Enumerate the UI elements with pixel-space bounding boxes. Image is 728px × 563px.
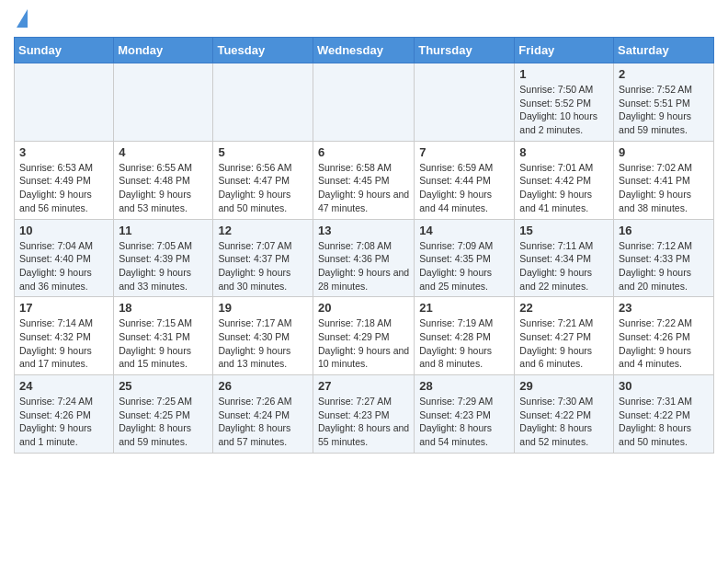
day-info: Sunrise: 7:07 AM Sunset: 4:37 PM Dayligh… — [218, 239, 308, 293]
calendar-cell: 30Sunrise: 7:31 AM Sunset: 4:22 PM Dayli… — [614, 375, 714, 454]
day-info: Sunrise: 6:56 AM Sunset: 4:47 PM Dayligh… — [218, 161, 308, 215]
day-number: 12 — [218, 224, 308, 237]
calendar-cell: 8Sunrise: 7:01 AM Sunset: 4:42 PM Daylig… — [515, 141, 614, 219]
calendar-cell: 11Sunrise: 7:05 AM Sunset: 4:39 PM Dayli… — [114, 219, 213, 297]
day-info: Sunrise: 7:05 AM Sunset: 4:39 PM Dayligh… — [119, 239, 208, 293]
day-number: 30 — [619, 379, 709, 393]
calendar-cell: 3Sunrise: 6:53 AM Sunset: 4:49 PM Daylig… — [15, 141, 114, 219]
day-info: Sunrise: 7:12 AM Sunset: 4:33 PM Dayligh… — [619, 239, 709, 293]
day-info: Sunrise: 7:25 AM Sunset: 4:25 PM Dayligh… — [119, 395, 208, 449]
day-info: Sunrise: 7:01 AM Sunset: 4:42 PM Dayligh… — [519, 161, 609, 215]
day-info: Sunrise: 7:08 AM Sunset: 4:36 PM Dayligh… — [318, 239, 409, 293]
calendar-cell: 19Sunrise: 7:17 AM Sunset: 4:30 PM Dayli… — [213, 297, 313, 375]
day-info: Sunrise: 7:26 AM Sunset: 4:24 PM Dayligh… — [218, 395, 308, 449]
calendar-header-row: SundayMondayTuesdayWednesdayThursdayFrid… — [15, 38, 714, 63]
logo — [14, 9, 28, 29]
day-info: Sunrise: 7:11 AM Sunset: 4:34 PM Dayligh… — [519, 239, 609, 293]
day-number: 8 — [519, 145, 609, 159]
calendar-cell: 9Sunrise: 7:02 AM Sunset: 4:41 PM Daylig… — [614, 141, 714, 219]
calendar-cell: 24Sunrise: 7:24 AM Sunset: 4:26 PM Dayli… — [15, 375, 114, 454]
calendar-cell: 7Sunrise: 6:59 AM Sunset: 4:44 PM Daylig… — [415, 141, 515, 219]
day-number: 22 — [519, 301, 609, 315]
day-info: Sunrise: 7:24 AM Sunset: 4:26 PM Dayligh… — [19, 395, 108, 449]
day-number: 21 — [419, 301, 509, 315]
calendar-cell: 4Sunrise: 6:55 AM Sunset: 4:48 PM Daylig… — [114, 141, 213, 219]
day-info: Sunrise: 6:58 AM Sunset: 4:45 PM Dayligh… — [318, 161, 409, 215]
calendar-header-friday: Friday — [515, 38, 614, 63]
day-number: 6 — [318, 145, 409, 159]
day-info: Sunrise: 7:27 AM Sunset: 4:23 PM Dayligh… — [318, 395, 409, 449]
day-number: 29 — [519, 379, 609, 393]
day-info: Sunrise: 7:02 AM Sunset: 4:41 PM Dayligh… — [619, 161, 709, 215]
calendar-cell: 15Sunrise: 7:11 AM Sunset: 4:34 PM Dayli… — [515, 219, 614, 297]
day-number: 13 — [318, 224, 409, 237]
day-number: 20 — [318, 301, 409, 315]
day-info: Sunrise: 7:19 AM Sunset: 4:28 PM Dayligh… — [419, 316, 509, 371]
calendar-cell — [213, 63, 313, 142]
day-number: 10 — [19, 224, 108, 237]
day-info: Sunrise: 7:29 AM Sunset: 4:23 PM Dayligh… — [419, 395, 509, 449]
day-number: 25 — [119, 379, 208, 393]
day-number: 4 — [119, 145, 208, 159]
day-number: 9 — [619, 145, 709, 159]
calendar-cell: 25Sunrise: 7:25 AM Sunset: 4:25 PM Dayli… — [114, 375, 213, 454]
day-number: 19 — [218, 301, 308, 315]
calendar-cell: 22Sunrise: 7:21 AM Sunset: 4:27 PM Dayli… — [515, 297, 614, 375]
calendar-cell — [114, 63, 213, 142]
calendar-week-row: 10Sunrise: 7:04 AM Sunset: 4:40 PM Dayli… — [15, 219, 714, 297]
calendar-cell: 6Sunrise: 6:58 AM Sunset: 4:45 PM Daylig… — [313, 141, 414, 219]
day-number: 11 — [119, 224, 208, 237]
calendar-cell: 1Sunrise: 7:50 AM Sunset: 5:52 PM Daylig… — [515, 63, 614, 142]
calendar-header-saturday: Saturday — [614, 38, 714, 63]
calendar-cell: 12Sunrise: 7:07 AM Sunset: 4:37 PM Dayli… — [213, 219, 313, 297]
calendar-header-sunday: Sunday — [15, 38, 114, 63]
calendar-cell: 5Sunrise: 6:56 AM Sunset: 4:47 PM Daylig… — [213, 141, 313, 219]
calendar-header-thursday: Thursday — [415, 38, 515, 63]
calendar-cell: 21Sunrise: 7:19 AM Sunset: 4:28 PM Dayli… — [415, 297, 515, 375]
day-number: 24 — [19, 379, 108, 393]
calendar-week-row: 17Sunrise: 7:14 AM Sunset: 4:32 PM Dayli… — [15, 297, 714, 375]
calendar-cell: 28Sunrise: 7:29 AM Sunset: 4:23 PM Dayli… — [415, 375, 515, 454]
day-info: Sunrise: 6:55 AM Sunset: 4:48 PM Dayligh… — [119, 161, 208, 215]
logo-triangle-icon — [17, 9, 28, 28]
calendar-cell: 20Sunrise: 7:18 AM Sunset: 4:29 PM Dayli… — [313, 297, 414, 375]
calendar-cell: 2Sunrise: 7:52 AM Sunset: 5:51 PM Daylig… — [614, 63, 714, 142]
day-info: Sunrise: 7:30 AM Sunset: 4:22 PM Dayligh… — [519, 395, 609, 449]
day-number: 18 — [119, 301, 208, 315]
day-info: Sunrise: 7:17 AM Sunset: 4:30 PM Dayligh… — [218, 316, 308, 371]
calendar-week-row: 3Sunrise: 6:53 AM Sunset: 4:49 PM Daylig… — [15, 141, 714, 219]
calendar-cell: 16Sunrise: 7:12 AM Sunset: 4:33 PM Dayli… — [614, 219, 714, 297]
calendar-cell — [15, 63, 114, 142]
calendar-cell — [415, 63, 515, 142]
day-number: 27 — [318, 379, 409, 393]
calendar-week-row: 1Sunrise: 7:50 AM Sunset: 5:52 PM Daylig… — [15, 63, 714, 142]
calendar-cell — [313, 63, 414, 142]
day-info: Sunrise: 7:04 AM Sunset: 4:40 PM Dayligh… — [19, 239, 108, 293]
calendar-cell: 27Sunrise: 7:27 AM Sunset: 4:23 PM Dayli… — [313, 375, 414, 454]
day-number: 14 — [419, 224, 509, 237]
calendar-cell: 29Sunrise: 7:30 AM Sunset: 4:22 PM Dayli… — [515, 375, 614, 454]
day-number: 17 — [19, 301, 108, 315]
day-number: 2 — [619, 67, 709, 81]
calendar-week-row: 24Sunrise: 7:24 AM Sunset: 4:26 PM Dayli… — [15, 375, 714, 454]
calendar-cell: 13Sunrise: 7:08 AM Sunset: 4:36 PM Dayli… — [313, 219, 414, 297]
day-info: Sunrise: 7:52 AM Sunset: 5:51 PM Dayligh… — [619, 83, 709, 137]
day-number: 3 — [19, 145, 108, 159]
day-info: Sunrise: 7:09 AM Sunset: 4:35 PM Dayligh… — [419, 239, 509, 293]
calendar-cell: 14Sunrise: 7:09 AM Sunset: 4:35 PM Dayli… — [415, 219, 515, 297]
calendar-table: SundayMondayTuesdayWednesdayThursdayFrid… — [14, 37, 714, 454]
day-number: 15 — [519, 224, 609, 237]
page-header — [14, 9, 714, 29]
day-info: Sunrise: 6:53 AM Sunset: 4:49 PM Dayligh… — [19, 161, 108, 215]
calendar-cell: 17Sunrise: 7:14 AM Sunset: 4:32 PM Dayli… — [15, 297, 114, 375]
calendar-header-monday: Monday — [114, 38, 213, 63]
day-number: 16 — [619, 224, 709, 237]
calendar-cell: 26Sunrise: 7:26 AM Sunset: 4:24 PM Dayli… — [213, 375, 313, 454]
day-number: 28 — [419, 379, 509, 393]
day-number: 1 — [519, 67, 609, 81]
calendar-cell: 10Sunrise: 7:04 AM Sunset: 4:40 PM Dayli… — [15, 219, 114, 297]
day-number: 26 — [218, 379, 308, 393]
day-number: 5 — [218, 145, 308, 159]
day-info: Sunrise: 6:59 AM Sunset: 4:44 PM Dayligh… — [419, 161, 509, 215]
day-info: Sunrise: 7:50 AM Sunset: 5:52 PM Dayligh… — [519, 83, 609, 137]
